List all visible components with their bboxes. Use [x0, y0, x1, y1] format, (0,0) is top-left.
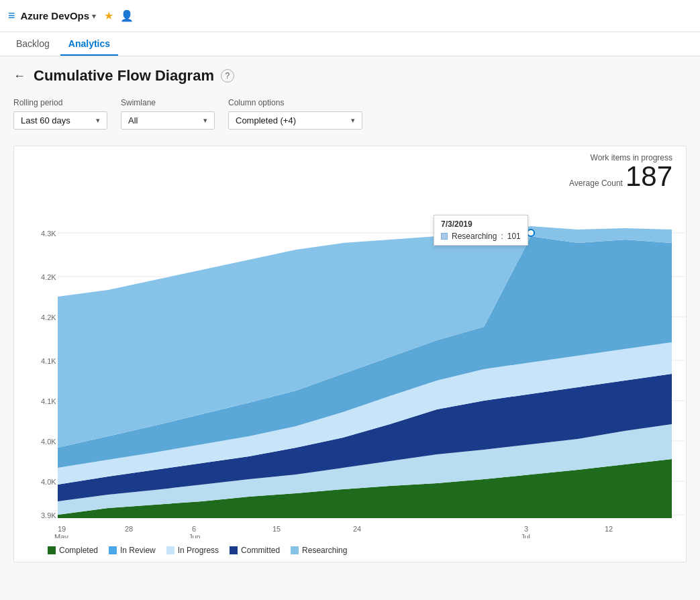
cumulative-flow-chart: 4.3K 4.2K 4.2K 4.1K 4.1K 4.0K 4.0K 3.9K	[21, 196, 692, 538]
y-label-7: 4.0K	[41, 478, 56, 486]
legend-completed-label: Completed	[59, 546, 98, 555]
stats-value: 187	[626, 162, 672, 191]
chart-legend: Completed In Review In Progress Committe…	[21, 540, 679, 555]
chart-stats: Work items in progress Average Count 187	[21, 153, 679, 191]
x-label-28: 28	[125, 525, 133, 533]
main-content: ← Cumulative Flow Diagram ? Rolling peri…	[0, 56, 700, 600]
y-label-4: 4.1K	[41, 357, 56, 365]
y-label-1: 4.3K	[41, 230, 56, 238]
page-title-row: ← Cumulative Flow Diagram ?	[13, 67, 687, 85]
rolling-period-dropdown[interactable]: Last 60 days ▾	[13, 111, 107, 130]
chart-svg-wrap: 4.3K 4.2K 4.2K 4.1K 4.1K 4.0K 4.0K 3.9K	[21, 196, 679, 540]
column-options-label: Column options	[228, 98, 362, 107]
column-options-value: Completed (+4)	[236, 115, 296, 126]
nav-tabs: Backlog Analytics	[0, 32, 700, 56]
rolling-period-control: Rolling period Last 60 days ▾	[13, 98, 107, 130]
controls-row: Rolling period Last 60 days ▾ Swimlane A…	[13, 98, 687, 130]
rolling-period-label: Rolling period	[13, 98, 107, 107]
x-label-24: 24	[353, 525, 361, 533]
swimlane-chevron-icon: ▾	[203, 116, 207, 125]
favorite-star-icon[interactable]: ★	[104, 9, 113, 22]
legend-committed: Committed	[230, 546, 280, 555]
x-label-jun: Jun	[189, 533, 201, 538]
y-label-6: 4.0K	[41, 438, 56, 446]
column-options-control: Column options Completed (+4) ▾	[228, 98, 362, 130]
person-icon[interactable]: 👤	[120, 9, 134, 22]
legend-in-progress-swatch	[166, 546, 174, 554]
legend-completed-swatch	[48, 546, 56, 554]
x-label-jul: Jul	[521, 533, 530, 538]
tab-backlog[interactable]: Backlog	[8, 33, 58, 56]
legend-committed-label: Committed	[241, 546, 280, 555]
legend-completed: Completed	[48, 546, 98, 555]
column-options-dropdown[interactable]: Completed (+4) ▾	[228, 111, 362, 130]
rolling-period-value: Last 60 days	[21, 115, 70, 126]
legend-in-review: In Review	[109, 546, 156, 555]
y-label-3: 4.2K	[41, 313, 56, 321]
swimlane-value: All	[128, 115, 138, 126]
title-chevron-icon[interactable]: ▾	[92, 11, 96, 21]
x-label-6: 6	[192, 525, 196, 533]
legend-researching-label: Researching	[302, 546, 347, 555]
page-title: Cumulative Flow Diagram	[34, 67, 214, 85]
swimlane-label: Swimlane	[121, 98, 215, 107]
y-label-5: 4.1K	[41, 397, 56, 405]
legend-in-review-swatch	[109, 546, 117, 554]
stats-sublabel: Average Count	[569, 179, 623, 188]
app-icon: ≡	[8, 9, 15, 23]
x-label-15: 15	[272, 525, 281, 533]
app-title: Azure DevOps	[21, 10, 90, 21]
tab-analytics[interactable]: Analytics	[60, 33, 118, 56]
rolling-period-chevron-icon: ▾	[96, 116, 100, 125]
x-label-19: 19	[58, 525, 66, 533]
y-label-2: 4.2K	[41, 273, 56, 281]
legend-in-progress-label: In Progress	[178, 546, 219, 555]
legend-in-progress: In Progress	[166, 546, 219, 555]
back-button[interactable]: ←	[13, 69, 26, 83]
y-label-8: 3.9K	[41, 511, 56, 519]
swimlane-dropdown[interactable]: All ▾	[121, 111, 215, 130]
legend-researching: Researching	[291, 546, 347, 555]
x-label-12: 12	[605, 525, 613, 533]
x-label-3: 3	[524, 525, 528, 533]
top-bar: ≡ Azure DevOps ▾ ★ 👤	[0, 0, 700, 32]
legend-in-review-label: In Review	[120, 546, 156, 555]
legend-researching-swatch	[291, 546, 299, 554]
chart-container: Work items in progress Average Count 187…	[13, 146, 687, 562]
x-label-may: May	[54, 533, 68, 538]
tooltip-dot	[528, 230, 534, 236]
legend-committed-swatch	[230, 546, 238, 554]
swimlane-control: Swimlane All ▾	[121, 98, 215, 130]
help-icon[interactable]: ?	[221, 69, 234, 83]
column-options-chevron-icon: ▾	[351, 116, 355, 125]
